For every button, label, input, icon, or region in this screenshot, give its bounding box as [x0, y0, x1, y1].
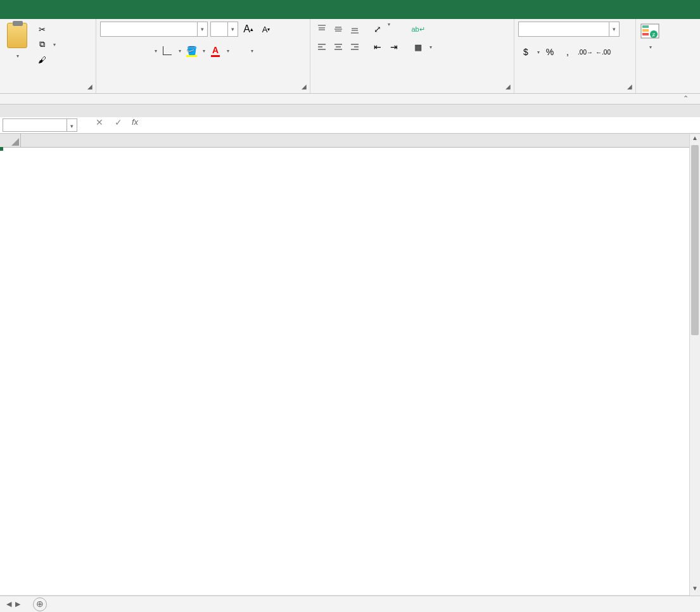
- border-icon: [163, 46, 172, 55]
- increase-decimal-button[interactable]: .00→: [578, 44, 593, 60]
- group-font: ▾ ▾ A▴ A▾ ▾ ▾ 🪣▾ A▾ ▾ ◢: [96, 19, 310, 93]
- sheet-nav-next[interactable]: ▶: [15, 600, 20, 608]
- wrap-icon: ab↵: [413, 24, 423, 34]
- select-all-corner[interactable]: [0, 134, 21, 147]
- chevron-down-icon[interactable]: ▾: [609, 22, 619, 36]
- spreadsheet-grid[interactable]: [0, 134, 700, 595]
- scroll-up-button[interactable]: ▲: [690, 134, 700, 145]
- copy-icon: ⧉: [37, 39, 47, 49]
- name-box[interactable]: ▾: [3, 118, 77, 132]
- fill-color-button[interactable]: 🪣: [184, 43, 199, 58]
- scroll-thumb[interactable]: [691, 145, 699, 335]
- increase-font-button[interactable]: A▴: [241, 22, 256, 37]
- formula-bar: ▾ ✕ ✓ fx: [0, 117, 700, 134]
- clipboard-icon: [7, 23, 27, 48]
- group-number: ▾ $▾ % , .00→ ←.00 ◢: [514, 19, 636, 93]
- cell-selection: [0, 148, 3, 150]
- group-label-align: [314, 90, 510, 93]
- conditional-format-button[interactable]: ≠ ▾: [640, 22, 660, 51]
- svg-rect-20: [642, 29, 649, 32]
- sheet-tab-bar: ◀ ▶ ⊕: [0, 596, 700, 612]
- cancel-formula-button[interactable]: ✕: [90, 117, 109, 133]
- merge-icon: ▦: [413, 42, 423, 52]
- conditional-format-icon: ≠: [640, 22, 660, 42]
- font-color-icon: A: [211, 45, 220, 57]
- copy-button[interactable]: ⧉▾: [34, 37, 58, 52]
- sheet-nav-prev[interactable]: ◀: [6, 600, 11, 608]
- group-clipboard: ▾ ✂ ⧉▾ 🖌 ◢: [0, 19, 96, 93]
- font-dialog-launcher[interactable]: ◢: [300, 83, 309, 92]
- font-color-button[interactable]: A: [208, 43, 223, 58]
- bold-button[interactable]: [100, 43, 115, 58]
- decrease-decimal-button[interactable]: ←.00: [595, 44, 611, 60]
- group-label-font: [100, 90, 306, 93]
- menu-bar: [0, 0, 700, 19]
- chevron-down-icon[interactable]: ▾: [197, 22, 207, 36]
- new-sheet-button[interactable]: ⊕: [33, 597, 47, 611]
- number-dialog-launcher[interactable]: ◢: [625, 83, 634, 92]
- column-headers: [0, 134, 700, 148]
- scissors-icon: ✂: [37, 24, 47, 34]
- brush-icon: 🖌: [37, 54, 47, 65]
- indent-decrease-button[interactable]: ⇤: [370, 39, 385, 54]
- decrease-font-button[interactable]: A▾: [258, 22, 274, 37]
- format-painter-button[interactable]: 🖌: [34, 52, 58, 67]
- align-middle-button[interactable]: [331, 22, 346, 37]
- group-align: ⤢▾ ⇤ ⇥ ab↵ ▦▾ ◢: [310, 19, 514, 93]
- font-size-select[interactable]: ▾: [210, 22, 238, 37]
- align-top-button[interactable]: [314, 22, 329, 37]
- clipboard-dialog-launcher[interactable]: ◢: [86, 83, 94, 92]
- svg-rect-21: [642, 33, 649, 35]
- comma-button[interactable]: ,: [560, 44, 575, 60]
- chevron-down-icon[interactable]: ▾: [67, 119, 77, 131]
- wrap-text-button[interactable]: ab↵: [410, 22, 435, 37]
- align-dialog-launcher[interactable]: ◢: [504, 83, 512, 92]
- sheet-nav: ◀ ▶: [0, 600, 27, 608]
- number-format-select[interactable]: ▾: [518, 22, 620, 37]
- merge-center-button[interactable]: ▦▾: [410, 39, 435, 54]
- orientation-button[interactable]: ⤢: [370, 22, 385, 37]
- svg-rect-19: [642, 25, 649, 28]
- indent-increase-button[interactable]: ⇥: [386, 39, 402, 54]
- align-left-button[interactable]: [314, 39, 329, 54]
- align-right-button[interactable]: [347, 39, 362, 54]
- border-button[interactable]: [160, 43, 175, 58]
- ribbon-collapse-bar: ⌃: [0, 94, 700, 105]
- fx-icon[interactable]: fx: [128, 117, 142, 133]
- font-name-select[interactable]: ▾: [100, 22, 208, 37]
- italic-button[interactable]: [118, 43, 133, 58]
- confirm-formula-button[interactable]: ✓: [109, 117, 128, 133]
- currency-button[interactable]: $: [518, 44, 533, 60]
- formula-input[interactable]: [142, 117, 700, 133]
- vertical-scrollbar[interactable]: ▲ ▼: [689, 134, 700, 596]
- percent-button[interactable]: %: [542, 44, 557, 60]
- phonetic-button[interactable]: [232, 43, 247, 58]
- scroll-down-button[interactable]: ▼: [690, 585, 700, 596]
- svg-text:≠: ≠: [652, 32, 656, 38]
- paste-button[interactable]: ▾: [4, 22, 30, 60]
- bucket-icon: 🪣: [186, 46, 197, 56]
- group-styles: ≠ ▾: [636, 19, 700, 93]
- cut-button[interactable]: ✂: [34, 22, 58, 37]
- group-label-number: [518, 90, 632, 93]
- align-center-button[interactable]: [331, 39, 346, 54]
- ribbon: ▾ ✂ ⧉▾ 🖌 ◢ ▾ ▾ A▴ A▾ ▾ ▾ 🪣▾: [0, 19, 700, 94]
- chevron-down-icon[interactable]: ▾: [227, 22, 238, 36]
- align-bottom-button[interactable]: [347, 22, 362, 37]
- underline-button[interactable]: [136, 43, 151, 58]
- collapse-ribbon-button[interactable]: ⌃: [683, 94, 689, 103]
- group-label-clipboard: [4, 90, 92, 93]
